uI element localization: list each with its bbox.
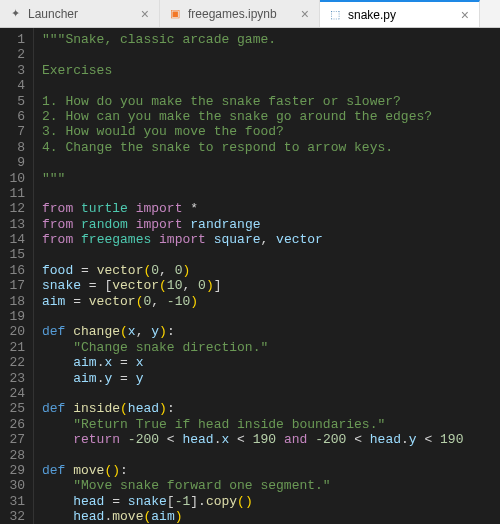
code-content[interactable]: """Snake, classic arcade game. Exercises… bbox=[34, 28, 463, 524]
token-op bbox=[73, 232, 81, 247]
tab-snake-py[interactable]: ⬚snake.py× bbox=[320, 0, 480, 27]
token-op bbox=[42, 340, 73, 355]
token-id: x bbox=[128, 324, 136, 339]
code-line[interactable]: """ bbox=[42, 171, 463, 186]
token-par: ( bbox=[159, 278, 167, 293]
token-par: ) bbox=[182, 263, 190, 278]
code-line[interactable]: from random import randrange bbox=[42, 217, 463, 232]
token-par: ) bbox=[190, 294, 198, 309]
line-number: 32 bbox=[4, 509, 25, 524]
line-number: 4 bbox=[4, 78, 25, 93]
token-op bbox=[73, 217, 81, 232]
token-id: head bbox=[73, 494, 104, 509]
token-id: x bbox=[136, 355, 144, 370]
line-number: 12 bbox=[4, 201, 25, 216]
tab-launcher[interactable]: ✦Launcher× bbox=[0, 0, 160, 27]
code-line[interactable]: "Change snake direction." bbox=[42, 340, 463, 355]
token-op bbox=[42, 478, 73, 493]
code-line[interactable]: 2. How can you make the snake go around … bbox=[42, 109, 463, 124]
token-num: 190 bbox=[440, 432, 463, 447]
code-line[interactable] bbox=[42, 155, 463, 170]
close-icon[interactable]: × bbox=[299, 6, 311, 22]
token-par: () bbox=[104, 463, 120, 478]
line-number: 20 bbox=[4, 324, 25, 339]
token-op: . bbox=[214, 432, 222, 447]
token-fn: change bbox=[73, 324, 120, 339]
token-fn: copy bbox=[206, 494, 237, 509]
line-number: 23 bbox=[4, 371, 25, 386]
code-line[interactable]: aim.x = x bbox=[42, 355, 463, 370]
token-kw: import bbox=[136, 201, 183, 216]
line-number: 29 bbox=[4, 463, 25, 478]
token-id: aim bbox=[73, 355, 96, 370]
line-number: 21 bbox=[4, 340, 25, 355]
token-fn: move bbox=[73, 463, 104, 478]
line-number: 2 bbox=[4, 47, 25, 62]
code-line[interactable] bbox=[42, 448, 463, 463]
token-par: ) bbox=[175, 509, 183, 524]
token-op bbox=[206, 232, 214, 247]
token-id: head bbox=[370, 432, 401, 447]
token-op: = [ bbox=[81, 278, 112, 293]
code-line[interactable]: return -200 < head.x < 190 and -200 < he… bbox=[42, 432, 463, 447]
tab-label: freegames.ipynb bbox=[188, 7, 277, 21]
code-line[interactable]: "Return True if head inside boundaries." bbox=[42, 417, 463, 432]
line-number: 7 bbox=[4, 124, 25, 139]
code-line[interactable]: aim.y = y bbox=[42, 371, 463, 386]
code-line[interactable]: def move(): bbox=[42, 463, 463, 478]
code-line[interactable] bbox=[42, 78, 463, 93]
token-fn: vector bbox=[89, 294, 136, 309]
line-number: 15 bbox=[4, 247, 25, 262]
tab-freegames-ipynb[interactable]: ▣freegames.ipynb× bbox=[160, 0, 320, 27]
token-str: "Change snake direction." bbox=[73, 340, 268, 355]
code-line[interactable]: def inside(head): bbox=[42, 401, 463, 416]
code-line[interactable]: def change(x, y): bbox=[42, 324, 463, 339]
code-line[interactable]: Exercises bbox=[42, 63, 463, 78]
tab-bar: ✦Launcher×▣freegames.ipynb×⬚snake.py× bbox=[0, 0, 500, 28]
token-id: aim bbox=[151, 509, 174, 524]
token-num: -200 bbox=[128, 432, 159, 447]
token-str: 4. Change the snake to respond to arrow … bbox=[42, 140, 393, 155]
line-number: 1 bbox=[4, 32, 25, 47]
token-num: 0 bbox=[198, 278, 206, 293]
token-op: ]. bbox=[190, 494, 206, 509]
code-line[interactable]: """Snake, classic arcade game. bbox=[42, 32, 463, 47]
token-fn: move bbox=[112, 509, 143, 524]
line-number: 14 bbox=[4, 232, 25, 247]
token-kw: and bbox=[284, 432, 307, 447]
token-def: def bbox=[42, 401, 65, 416]
code-line[interactable]: head = snake[-1].copy() bbox=[42, 494, 463, 509]
line-number: 22 bbox=[4, 355, 25, 370]
token-op bbox=[42, 417, 73, 432]
code-line[interactable]: "Move snake forward one segment." bbox=[42, 478, 463, 493]
token-op bbox=[151, 232, 159, 247]
line-number: 6 bbox=[4, 109, 25, 124]
tab-label: snake.py bbox=[348, 8, 396, 22]
code-line[interactable]: from freegames import square, vector bbox=[42, 232, 463, 247]
close-icon[interactable]: × bbox=[459, 7, 471, 23]
code-line[interactable]: 4. Change the snake to respond to arrow … bbox=[42, 140, 463, 155]
token-id: head bbox=[182, 432, 213, 447]
code-line[interactable]: food = vector(0, 0) bbox=[42, 263, 463, 278]
code-line[interactable] bbox=[42, 386, 463, 401]
code-line[interactable] bbox=[42, 186, 463, 201]
token-str: Exercises bbox=[42, 63, 112, 78]
token-op bbox=[42, 494, 73, 509]
line-number: 17 bbox=[4, 278, 25, 293]
line-number: 11 bbox=[4, 186, 25, 201]
token-kw: import bbox=[136, 217, 183, 232]
code-line[interactable]: aim = vector(0, -10) bbox=[42, 294, 463, 309]
code-line[interactable]: 3. How would you move the food? bbox=[42, 124, 463, 139]
code-editor[interactable]: 1234567891011121314151617181920212223242… bbox=[0, 28, 500, 524]
code-line[interactable]: 1. How do you make the snake faster or s… bbox=[42, 94, 463, 109]
close-icon[interactable]: × bbox=[139, 6, 151, 22]
code-line[interactable] bbox=[42, 47, 463, 62]
code-line[interactable] bbox=[42, 247, 463, 262]
code-line[interactable]: snake = [vector(10, 0)] bbox=[42, 278, 463, 293]
code-line[interactable]: head.move(aim) bbox=[42, 509, 463, 524]
code-line[interactable]: from turtle import * bbox=[42, 201, 463, 216]
token-op: , bbox=[136, 324, 152, 339]
token-num: 0 bbox=[151, 263, 159, 278]
token-op bbox=[42, 432, 73, 447]
code-line[interactable] bbox=[42, 309, 463, 324]
